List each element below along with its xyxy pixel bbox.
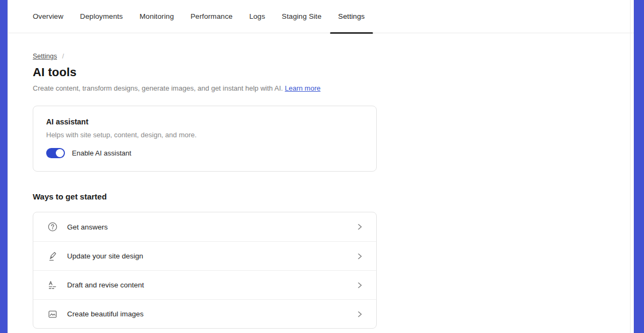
- page-title: AI tools: [33, 65, 634, 79]
- chevron-right-icon: [356, 282, 363, 289]
- ways-section-heading: Ways to get started: [33, 192, 634, 201]
- breadcrumb: Settings /: [33, 53, 634, 60]
- list-item-label: Create beautiful images: [67, 310, 144, 318]
- question-circle-icon: [47, 221, 58, 232]
- list-item-draft-revise-content[interactable]: Draft and revise content: [33, 270, 376, 299]
- text-draft-icon: [47, 280, 58, 291]
- ways-list: Get answers Update your site design: [33, 212, 377, 329]
- learn-more-link[interactable]: Learn more: [285, 84, 320, 92]
- breadcrumb-settings-link[interactable]: Settings: [33, 53, 57, 60]
- enable-ai-assistant-toggle[interactable]: [46, 148, 65, 158]
- main-content: Settings / AI tools Create content, tran…: [8, 33, 634, 329]
- list-item-label: Update your site design: [67, 252, 143, 260]
- tab-performance[interactable]: Performance: [191, 0, 232, 33]
- page-description-text: Create content, transform designs, gener…: [33, 84, 283, 92]
- tab-bar: Overview Deployments Monitoring Performa…: [8, 0, 634, 33]
- chevron-right-icon: [356, 223, 363, 231]
- toggle-label: Enable AI assistant: [72, 149, 131, 157]
- pen-icon: [47, 251, 58, 262]
- list-item-get-answers[interactable]: Get answers: [33, 212, 376, 241]
- list-item-update-site-design[interactable]: Update your site design: [33, 241, 376, 270]
- ai-assistant-toggle-row: Enable AI assistant: [46, 148, 363, 158]
- page-container: Overview Deployments Monitoring Performa…: [8, 0, 634, 333]
- ai-assistant-description: Helps with site setup, content, design, …: [46, 131, 363, 139]
- tab-monitoring[interactable]: Monitoring: [140, 0, 174, 33]
- page-description: Create content, transform designs, gener…: [33, 84, 634, 92]
- tab-settings[interactable]: Settings: [338, 0, 365, 33]
- tab-deployments[interactable]: Deployments: [80, 0, 123, 33]
- tab-logs[interactable]: Logs: [249, 0, 265, 33]
- chevron-right-icon: [356, 310, 363, 318]
- toggle-knob: [56, 149, 64, 157]
- breadcrumb-separator: /: [62, 53, 64, 60]
- ai-assistant-title: AI assistant: [46, 117, 363, 126]
- list-item-label: Get answers: [67, 223, 108, 231]
- ai-assistant-card: AI assistant Helps with site setup, cont…: [33, 106, 377, 172]
- list-item-create-images[interactable]: Create beautiful images: [33, 299, 376, 328]
- tab-overview[interactable]: Overview: [33, 0, 63, 33]
- list-item-label: Draft and revise content: [67, 281, 144, 289]
- image-icon: [47, 309, 58, 320]
- chevron-right-icon: [356, 253, 363, 260]
- tab-staging-site[interactable]: Staging Site: [282, 0, 321, 33]
